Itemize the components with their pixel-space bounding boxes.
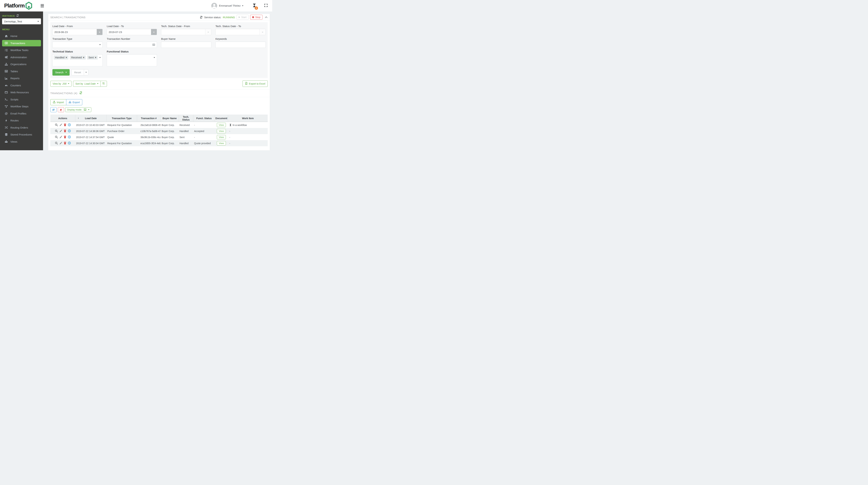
sidebar-item-label: Routes [10, 119, 19, 122]
clear-load-date-to-icon[interactable]: × [151, 29, 157, 35]
fullscreen-button[interactable] [264, 4, 268, 8]
instance-refresh-icon[interactable] [16, 14, 19, 18]
status-tag: Sent × [87, 55, 98, 60]
sidebar-item-organizations[interactable]: Organizations [0, 61, 43, 67]
instance-select[interactable]: DemoApp_Test [2, 19, 41, 24]
reset-options-button[interactable] [84, 69, 88, 76]
transaction-number-input[interactable] [107, 42, 157, 48]
laptop-icon [84, 108, 87, 111]
sidebar-item-email-profiles[interactable]: @ Email Profiles [0, 110, 43, 117]
view-document-button[interactable]: View [217, 141, 226, 145]
clear-button[interactable] [58, 107, 64, 112]
clear-load-date-from-icon[interactable]: × [97, 29, 102, 35]
sidebar-item-transactions[interactable]: Transactions [0, 40, 43, 47]
column-buyer-name[interactable]: Buyer Name [161, 115, 179, 122]
sort-by-button[interactable]: Sort by Load Date [73, 81, 100, 87]
sidebar-item-home[interactable]: Home [0, 33, 43, 39]
pending-tasks-button[interactable]: 5 [252, 3, 256, 8]
sidebar-item-routing-orders[interactable]: Routing Orders [0, 124, 43, 131]
sidebar-item-icon [4, 63, 8, 66]
functional-status-multiselect[interactable] [107, 54, 157, 66]
replay-icon[interactable] [68, 130, 71, 132]
sidebar-item-label: Home [10, 34, 18, 37]
column-document[interactable]: Document [215, 115, 228, 122]
edit-icon[interactable] [59, 136, 62, 138]
replay-icon[interactable] [68, 142, 71, 145]
transaction-number-cell: 2bc2a61d-0808-451... [137, 122, 161, 128]
remove-tag-icon[interactable]: × [83, 56, 84, 59]
buyer-name-input[interactable] [161, 42, 211, 48]
export-to-excel-button[interactable]: Export to Excel [243, 80, 268, 87]
sidebar-item-views[interactable]: Views [0, 138, 43, 145]
column-funct-status[interactable]: Funct. Status [193, 115, 215, 122]
sidebar-item-tables[interactable]: Tables [0, 68, 43, 75]
delete-icon[interactable] [64, 123, 66, 126]
sidebar-item-stored-procedures[interactable]: Stored Procedures [0, 131, 43, 138]
clear-tech-status-date-to-icon[interactable]: × [259, 29, 266, 35]
replay-icon[interactable] [68, 136, 71, 138]
delete-icon[interactable] [64, 142, 66, 145]
remove-tag-icon[interactable]: × [95, 56, 96, 59]
zoom-details-icon[interactable] [55, 136, 58, 138]
edit-icon[interactable] [59, 142, 62, 144]
export-button[interactable]: Export [66, 99, 82, 105]
sidebar-item-scripts[interactable]: Scripts [0, 96, 43, 103]
remove-tag-icon[interactable]: × [66, 56, 67, 59]
service-status-refresh-icon[interactable] [200, 16, 203, 19]
search-options-caret-icon[interactable] [65, 72, 67, 73]
sidebar-item-workflow-steps[interactable]: Workflow Steps [0, 103, 43, 110]
hamburger-menu-icon[interactable] [41, 4, 44, 7]
technical-status-multiselect[interactable]: Handled × Received × Sent × [53, 54, 102, 66]
transaction-type-input[interactable] [53, 42, 102, 48]
delete-icon[interactable] [64, 130, 66, 132]
delete-icon[interactable] [64, 136, 66, 138]
results-refresh-icon[interactable] [79, 91, 82, 95]
clear-tech-status-date-from-icon[interactable]: × [205, 29, 211, 35]
sidebar-item-label: Tables [10, 70, 18, 73]
tech-status-date-from-input[interactable] [161, 29, 205, 35]
sort-direction-button[interactable]: AZ [100, 81, 107, 87]
stop-service-button[interactable]: Stop [250, 15, 262, 20]
view-document-button[interactable]: View [217, 123, 226, 127]
zoom-details-icon[interactable] [55, 123, 58, 126]
column-load-date[interactable]: ↓Load Date [75, 115, 106, 122]
column-transaction-type[interactable]: Transaction Type [106, 115, 137, 122]
buyer-name-cell: Buyer Corp. [161, 122, 179, 128]
edit-icon[interactable] [59, 130, 62, 132]
sidebar-item-routes[interactable]: Routes [0, 117, 43, 124]
sidebar-item-administration[interactable]: Administration [0, 54, 43, 61]
view-document-button[interactable]: View [217, 135, 226, 139]
keywords-input[interactable] [216, 42, 266, 48]
tech-status-date-to-input[interactable] [216, 29, 259, 35]
load-date-from-input[interactable] [53, 29, 97, 35]
start-service-button[interactable]: Start [237, 15, 249, 20]
column-work-item[interactable]: Work Item [228, 115, 268, 122]
collapse-panel-button[interactable] [265, 16, 268, 18]
sidebar-item-web-resources[interactable]: Web Resources [0, 89, 43, 96]
view-document-button[interactable]: View [217, 129, 226, 133]
replay-icon[interactable] [68, 123, 71, 126]
reset-button[interactable]: Reset [71, 69, 84, 76]
import-button[interactable]: Import [50, 99, 66, 105]
transaction-type-select[interactable] [53, 41, 102, 48]
avatar[interactable] [211, 3, 217, 9]
hide-columns-button[interactable] [50, 107, 57, 112]
hourglass-icon [229, 124, 231, 126]
load-date-to-input[interactable] [107, 29, 151, 35]
search-button[interactable]: Search [53, 69, 70, 76]
column-tech-status[interactable]: Tech. Status [179, 115, 193, 122]
display-mode-button[interactable]: Display mode: [65, 107, 91, 112]
zoom-details-icon[interactable] [55, 142, 58, 145]
user-menu-caret-icon[interactable] [242, 5, 243, 6]
tech-status-cell: Received [179, 122, 193, 128]
column-transaction-number[interactable]: Transaction # [137, 115, 161, 122]
eraser-icon [60, 108, 62, 111]
user-name[interactable]: Emmanuel Thiriez [219, 4, 241, 7]
sidebar-item-counters[interactable]: Counters [0, 82, 43, 89]
view-by-button[interactable]: View by 200 [50, 81, 71, 87]
zoom-details-icon[interactable] [55, 130, 58, 132]
edit-icon[interactable] [59, 123, 62, 126]
sidebar-item-icon [4, 56, 8, 59]
sidebar-item-reports[interactable]: Reports [0, 75, 43, 82]
sidebar-item-workflow-tasks[interactable]: Workflow Tasks [0, 47, 43, 54]
